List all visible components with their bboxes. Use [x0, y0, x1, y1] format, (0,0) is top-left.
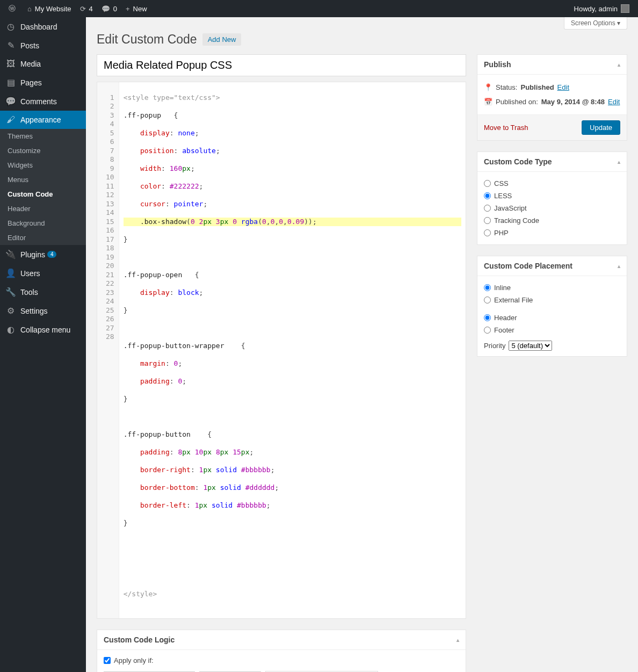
code-type-radio-php[interactable]: [484, 229, 491, 236]
menu-label: Tools: [20, 288, 38, 297]
admin-menu: ◷Dashboard✎Posts🖾Media▤Pages💬Comments🖌Ap…: [0, 17, 86, 672]
update-button[interactable]: Update: [582, 120, 620, 135]
menu-icon: ◷: [5, 21, 16, 32]
toggle-icon: ▴: [456, 637, 459, 643]
wordpress-icon: ⓦ: [9, 4, 16, 13]
menu-icon: 🔌: [5, 249, 16, 259]
home-icon: ⌂: [27, 5, 32, 13]
account-link[interactable]: Howdy, admin: [570, 0, 634, 17]
submenu-item-background[interactable]: Background: [0, 216, 86, 230]
radio-label: Tracking Code: [494, 216, 539, 225]
menu-item-plugins[interactable]: 🔌Plugins4: [0, 245, 86, 264]
menu-item-comments[interactable]: 💬Comments: [0, 92, 86, 111]
updates-link[interactable]: ⟳4: [76, 0, 97, 17]
page-title: Edit Custom Code Add New: [97, 32, 627, 47]
apply-only-if-checkbox[interactable]: [104, 657, 111, 664]
site-name-text: My Website: [35, 5, 71, 13]
placement-radio-footer[interactable]: [484, 327, 491, 334]
badge: 4: [47, 251, 57, 258]
menu-icon: 👤: [5, 268, 16, 278]
placement-heading[interactable]: Custom Code Placement▴: [477, 256, 627, 276]
submenu-item-themes[interactable]: Themes: [0, 129, 86, 143]
placement-box: Custom Code Placement▴ InlineExternal Fi…: [477, 256, 627, 357]
menu-icon: ⚙: [5, 306, 16, 316]
status-value: Published: [520, 83, 554, 91]
code-type-radio-css[interactable]: [484, 180, 491, 187]
code-type-heading[interactable]: Custom Code Type▴: [477, 152, 627, 172]
toggle-icon: ▴: [618, 263, 620, 269]
menu-label: Dashboard: [20, 23, 57, 31]
menu-item-media[interactable]: 🖾Media: [0, 55, 86, 73]
comment-icon: 💬: [102, 5, 110, 13]
code-editor[interactable]: 1234567891011121314151617181920212223242…: [97, 82, 466, 619]
calendar-icon: 📅: [484, 98, 492, 106]
menu-label: Users: [20, 269, 40, 278]
screen-options-toggle[interactable]: Screen Options ▾: [564, 17, 627, 30]
comments-link[interactable]: 💬0: [97, 0, 121, 17]
edit-date-link[interactable]: Edit: [608, 98, 620, 106]
logic-heading[interactable]: Custom Code Logic▴: [97, 630, 466, 650]
code-type-radio-less[interactable]: [484, 192, 491, 199]
menu-label: Appearance: [20, 115, 61, 124]
publish-box: Publish▴ 📍Status: Published Edit 📅Publis…: [477, 54, 627, 141]
radio-label: Inline: [494, 284, 511, 292]
placement-radio-header[interactable]: [484, 314, 491, 321]
menu-label: Settings: [20, 307, 48, 315]
menu-icon: ◐: [5, 324, 16, 335]
updates-count: 4: [89, 5, 93, 13]
new-text: New: [133, 5, 147, 13]
radio-label: PHP: [494, 229, 509, 237]
wp-logo[interactable]: ⓦ: [4, 0, 23, 17]
edit-status-link[interactable]: Edit: [557, 83, 569, 91]
placement-radio-inline[interactable]: [484, 284, 491, 291]
submenu-item-custom-code[interactable]: Custom Code: [0, 187, 86, 201]
toggle-icon: ▴: [618, 62, 620, 68]
menu-label: Posts: [20, 41, 39, 50]
code-type-box: Custom Code Type▴ CSSLESSJavaScriptTrack…: [477, 151, 627, 245]
code-type-radio-javascript[interactable]: [484, 205, 491, 212]
main-content: Screen Options ▾ Edit Custom Code Add Ne…: [86, 17, 638, 672]
priority-label: Priority: [484, 342, 505, 350]
move-to-trash-link[interactable]: Move to Trash: [484, 124, 528, 132]
radio-label: Header: [494, 314, 517, 322]
menu-item-pages[interactable]: ▤Pages: [0, 73, 86, 92]
menu-label: Comments: [20, 97, 57, 106]
submenu-item-widgets[interactable]: Widgets: [0, 158, 86, 172]
menu-item-tools[interactable]: 🔧Tools: [0, 283, 86, 301]
plus-icon: +: [126, 5, 130, 13]
menu-item-settings[interactable]: ⚙Settings: [0, 301, 86, 320]
menu-item-posts[interactable]: ✎Posts: [0, 36, 86, 55]
site-name-link[interactable]: ⌂My Website: [23, 0, 76, 17]
menu-icon: ✎: [5, 40, 16, 50]
radio-label: Footer: [494, 326, 514, 334]
submenu-item-menus[interactable]: Menus: [0, 172, 86, 187]
new-link[interactable]: +New: [121, 0, 151, 17]
menu-label: Pages: [20, 78, 42, 87]
pin-icon: 📍: [484, 83, 492, 91]
submenu-item-customize[interactable]: Customize: [0, 143, 86, 158]
post-title-input[interactable]: [97, 54, 466, 76]
menu-item-users[interactable]: 👤Users: [0, 264, 86, 283]
code-area[interactable]: <style type="text/css"> .ff-popup { disp…: [119, 82, 466, 618]
submenu-item-header[interactable]: Header: [0, 201, 86, 216]
code-type-radio-tracking code[interactable]: [484, 217, 491, 224]
menu-icon: ▤: [5, 77, 16, 88]
status-label: Status:: [496, 83, 517, 91]
chevron-down-icon: ▾: [617, 19, 620, 27]
placement-radio-external-file[interactable]: [484, 297, 491, 304]
menu-item-dashboard[interactable]: ◷Dashboard: [0, 17, 86, 36]
radio-label: JavaScript: [494, 204, 527, 212]
publish-heading[interactable]: Publish▴: [477, 55, 627, 75]
admin-bar: ⓦ ⌂My Website ⟳4 💬0 +New Howdy, admin: [0, 0, 638, 17]
priority-select[interactable]: 5 (default): [509, 341, 552, 351]
menu-item-appearance[interactable]: 🖌Appearance: [0, 111, 86, 129]
menu-label: Media: [20, 60, 41, 68]
menu-label: Plugins: [20, 250, 45, 259]
menu-icon: 🔧: [5, 287, 16, 297]
menu-item-collapse-menu[interactable]: ◐Collapse menu: [0, 320, 86, 339]
menu-icon: 💬: [5, 96, 16, 106]
submenu-item-editor[interactable]: Editor: [0, 230, 86, 245]
menu-label: Collapse menu: [20, 326, 70, 334]
howdy-text: Howdy, admin: [574, 5, 618, 13]
add-new-button[interactable]: Add New: [202, 33, 242, 46]
